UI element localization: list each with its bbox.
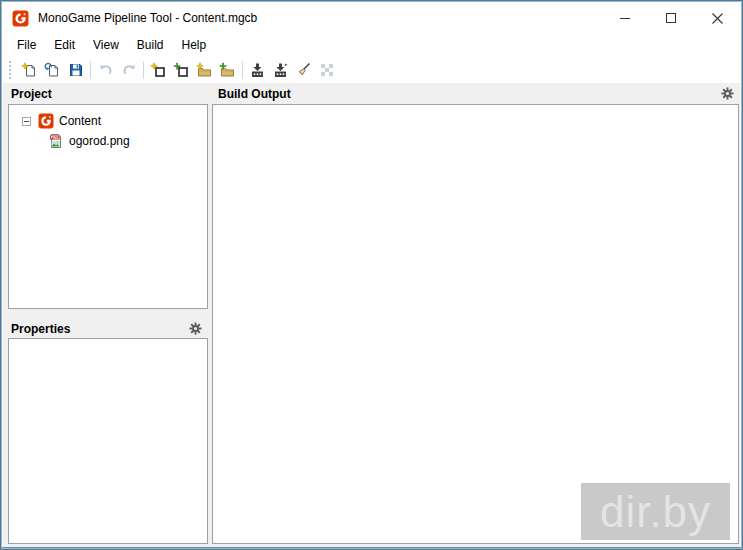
svg-text:PNG: PNG: [51, 136, 59, 140]
monogame-logo-icon: [38, 113, 54, 129]
window-title: MonoGame Pipeline Tool - Content.mgcb: [38, 11, 257, 25]
vertical-splitter[interactable]: [208, 83, 214, 547]
clean-button[interactable]: [292, 59, 315, 81]
undo-button: [94, 59, 117, 81]
toolbar-separator: [90, 61, 91, 79]
toolbar-separator: [143, 61, 144, 79]
toolbar: [3, 57, 740, 83]
build-output-panel[interactable]: [212, 104, 739, 544]
toolbar-grip[interactable]: [9, 61, 14, 79]
tree-item-label: Content: [59, 114, 101, 128]
undo-icon: [98, 62, 114, 78]
app-window: MonoGame Pipeline Tool - Content.mgcb Fi…: [0, 0, 743, 550]
tree-item-label: ogorod.png: [69, 134, 130, 148]
build-output-panel-title: Build Output: [218, 87, 291, 101]
rebuild-button[interactable]: [269, 59, 292, 81]
tree-item-file[interactable]: PNG ogorod.png: [9, 131, 207, 151]
monogame-logo-icon: [12, 10, 29, 27]
add-item-button[interactable]: [170, 59, 193, 81]
build-button[interactable]: [246, 59, 269, 81]
menu-view[interactable]: View: [84, 35, 128, 55]
new-project-icon: [21, 62, 38, 79]
redo-button: [117, 59, 140, 81]
add-folder-button[interactable]: [216, 59, 239, 81]
collapse-icon[interactable]: [22, 117, 31, 126]
watermark-text: dir.by: [600, 490, 711, 534]
open-project-icon: [44, 62, 61, 79]
minimize-icon: [619, 12, 631, 24]
minimize-button[interactable]: [602, 3, 648, 33]
caption-buttons: [602, 3, 740, 33]
gear-icon: [189, 322, 202, 335]
horizontal-splitter[interactable]: [3, 310, 208, 319]
project-panel-title: Project: [11, 87, 52, 101]
project-tree-panel[interactable]: Content PNG ogorod.png: [8, 104, 208, 309]
new-folder-button[interactable]: [193, 59, 216, 81]
properties-settings-button[interactable]: [188, 321, 202, 335]
menu-file[interactable]: File: [8, 35, 45, 55]
properties-panel[interactable]: [8, 338, 208, 544]
cancel-build-icon: [319, 62, 335, 78]
build-icon: [249, 62, 266, 79]
new-item-button[interactable]: [147, 59, 170, 81]
content-area: Project Content PNG: [3, 83, 740, 547]
tree-item-content-root[interactable]: Content: [9, 111, 207, 131]
build-output-settings-button[interactable]: [720, 86, 734, 100]
open-project-button[interactable]: [41, 59, 64, 81]
redo-icon: [121, 62, 137, 78]
maximize-button[interactable]: [648, 3, 694, 33]
menu-help[interactable]: Help: [173, 35, 216, 55]
clean-icon: [295, 62, 312, 79]
menu-edit[interactable]: Edit: [45, 35, 84, 55]
close-button[interactable]: [694, 3, 740, 33]
menu-bar: File Edit View Build Help: [3, 33, 740, 57]
title-bar: MonoGame Pipeline Tool - Content.mgcb: [3, 3, 740, 33]
new-folder-icon: [196, 62, 213, 79]
add-folder-icon: [219, 62, 236, 79]
properties-panel-title: Properties: [11, 322, 70, 336]
maximize-icon: [665, 12, 677, 24]
watermark: dir.by: [581, 483, 730, 540]
cancel-build-button: [315, 59, 338, 81]
png-file-icon: PNG: [48, 133, 64, 149]
close-icon: [711, 12, 724, 25]
new-item-icon: [150, 62, 167, 79]
new-project-button[interactable]: [18, 59, 41, 81]
rebuild-icon: [272, 62, 289, 79]
menu-build[interactable]: Build: [128, 35, 173, 55]
gear-icon: [721, 87, 734, 100]
toolbar-separator: [242, 61, 243, 79]
add-item-icon: [173, 62, 190, 79]
save-icon: [68, 62, 84, 78]
save-button[interactable]: [64, 59, 87, 81]
